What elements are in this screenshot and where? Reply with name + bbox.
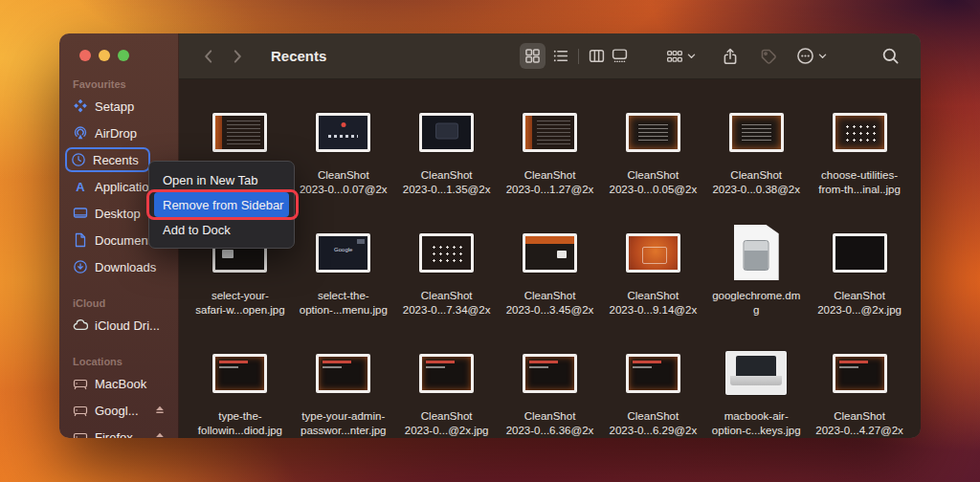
context-menu: Open in New Tab Remove from Sidebar Add … (148, 161, 295, 249)
minimize-window-button[interactable] (99, 50, 110, 61)
file-item[interactable]: type-the-followin...diod.jpg (189, 343, 292, 438)
file-label: CleanShot2023-0...6.36@2x (506, 409, 594, 438)
file-item[interactable]: CleanShot2023-0...1.27@2x (499, 102, 602, 223)
file-thumbnail-wrap (725, 343, 787, 403)
search-icon (881, 47, 900, 65)
desktop-icon (73, 206, 88, 221)
file-thumbnail (419, 113, 474, 152)
file-item[interactable]: CleanShot2023-0...6.29@2x (601, 343, 704, 438)
file-item[interactable]: CleanShot2023-0...0.05@2x (601, 102, 704, 223)
eject-icon[interactable] (153, 430, 167, 438)
file-label: CleanShot2023-0...0.38@2x (712, 168, 800, 197)
menu-item-remove-from-sidebar[interactable]: Remove from Sidebar (154, 192, 289, 217)
forward-button[interactable] (229, 48, 246, 65)
share-button[interactable] (722, 48, 739, 65)
gallery-view-button[interactable] (612, 48, 628, 64)
file-item[interactable]: type-your-admin-passwor...nter.jpg (292, 343, 395, 438)
drive-icon (73, 403, 88, 418)
columns-view-button[interactable] (589, 48, 605, 64)
file-item[interactable]: CleanShot2023-0...4.27@2x (808, 343, 911, 438)
file-label: choose-utilities-from-th...inal..jpg (818, 168, 901, 197)
file-item[interactable]: select-the-option-...menu.jpg (292, 223, 395, 343)
file-thumbnail (419, 354, 474, 393)
sidebar-item-icloud-dri[interactable]: iCloud Dri... (67, 313, 172, 338)
file-item[interactable]: CleanShot2023-0...9.14@2x (601, 223, 704, 343)
sidebar-item-label: Firefox (95, 430, 133, 439)
sidebar-item-label: iCloud Dri... (95, 318, 160, 333)
sidebar-item-downloads[interactable]: Downloads (67, 254, 172, 279)
file-item[interactable]: CleanShot2023-0...6.36@2x (499, 343, 602, 438)
file-thumbnail-wrap (316, 223, 370, 282)
chevron-down-icon (817, 51, 828, 61)
back-button[interactable] (200, 48, 217, 65)
grid-view-button[interactable] (520, 43, 546, 69)
drive-icon (73, 376, 88, 391)
file-thumbnail-wrap (729, 102, 784, 162)
tag-icon (760, 48, 777, 65)
file-item[interactable]: macbook-air-option-c...keys.jpg (704, 343, 808, 438)
file-thumbnail-wrap (833, 102, 887, 162)
sidebar-section-items: MacBook Googl... Firefox (59, 370, 178, 438)
search-button[interactable] (881, 47, 900, 65)
gallery-view-icon (612, 48, 628, 64)
file-thumbnail (626, 113, 680, 152)
menu-item-label: Add to Dock (163, 223, 231, 237)
file-item[interactable]: choose-utilities-from-th...inal..jpg (808, 102, 911, 223)
file-thumbnail-wrap (626, 102, 680, 162)
menu-item-add-to-dock[interactable]: Add to Dock (149, 217, 294, 242)
file-thumbnail-wrap (419, 102, 474, 162)
sidebar-item-label: MacBook (95, 377, 146, 391)
tag-button[interactable] (760, 48, 777, 65)
group-by-icon (666, 48, 683, 65)
file-item[interactable]: CleanShot2023-0...1.35@2x (395, 102, 499, 223)
file-thumbnail (833, 354, 887, 393)
list-view-icon (552, 48, 568, 64)
file-item[interactable]: CleanShot2023-0...3.45@2x (499, 223, 602, 343)
file-item[interactable]: CleanShot2023-0...0.38@2x (704, 102, 808, 223)
file-thumbnail-wrap (419, 343, 474, 403)
sidebar-item-airdrop[interactable]: AirDrop (67, 120, 172, 145)
columns-view-icon (589, 48, 605, 64)
file-label: CleanShot2023-0...9.14@2x (610, 289, 698, 318)
file-thumbnail-wrap (212, 343, 267, 403)
file-item[interactable]: CleanShot2023-0...7.34@2x (395, 223, 499, 343)
sidebar-item-label: Googl... (95, 404, 139, 418)
file-thumbnail (316, 113, 370, 152)
sidebar-item-setapp[interactable]: Setapp (67, 94, 172, 119)
close-window-button[interactable] (79, 50, 91, 61)
file-item[interactable]: googlechrome.dmg (704, 223, 808, 343)
list-view-button[interactable] (552, 48, 568, 64)
file-thumbnail (316, 354, 370, 393)
menu-item-label: Open in New Tab (163, 173, 258, 187)
menu-item-open-in-new-tab[interactable]: Open in New Tab (149, 167, 294, 192)
file-label: select-the-option-...menu.jpg (300, 289, 388, 318)
file-item[interactable]: CleanShot2023-0...@2x.jpg (395, 343, 499, 438)
file-item[interactable]: CleanShot2023-0...@2x.jpg (808, 223, 911, 343)
file-item[interactable]: CleanShot2023-0...0.07@2x (292, 102, 395, 223)
downloads-icon (73, 259, 88, 274)
sidebar-item-label: Setapp (95, 99, 134, 114)
file-label: CleanShot2023-0...@2x.jpg (405, 409, 489, 438)
file-thumbnail (729, 113, 784, 152)
toolbar: Recents (179, 33, 921, 79)
file-thumbnail (833, 233, 887, 273)
file-thumbnail (212, 113, 267, 152)
more-options-icon (796, 47, 814, 65)
svg-text:A: A (76, 180, 85, 194)
file-label: CleanShot2023-0...4.27@2x (815, 409, 903, 438)
drive-icon (73, 429, 88, 438)
file-thumbnail (523, 354, 577, 393)
sidebar-item-firefox[interactable]: Firefox (67, 425, 172, 438)
file-thumbnail-wrap (316, 343, 370, 403)
sidebar-item-macbook[interactable]: MacBook (67, 371, 172, 396)
clock-icon (71, 152, 86, 167)
sidebar-item-googl[interactable]: Googl... (67, 398, 172, 423)
applications-icon: A (73, 179, 88, 194)
zoom-window-button[interactable] (118, 50, 129, 61)
sidebar-item-recents[interactable]: Recents (65, 147, 150, 172)
file-label: CleanShot2023-0...0.07@2x (300, 168, 388, 197)
more-options-button[interactable] (796, 47, 828, 65)
group-by-button[interactable] (666, 48, 697, 65)
eject-icon[interactable] (153, 404, 167, 417)
file-grid: CleanShot2023-0...@2x CleanShot2023-0...… (179, 79, 921, 438)
